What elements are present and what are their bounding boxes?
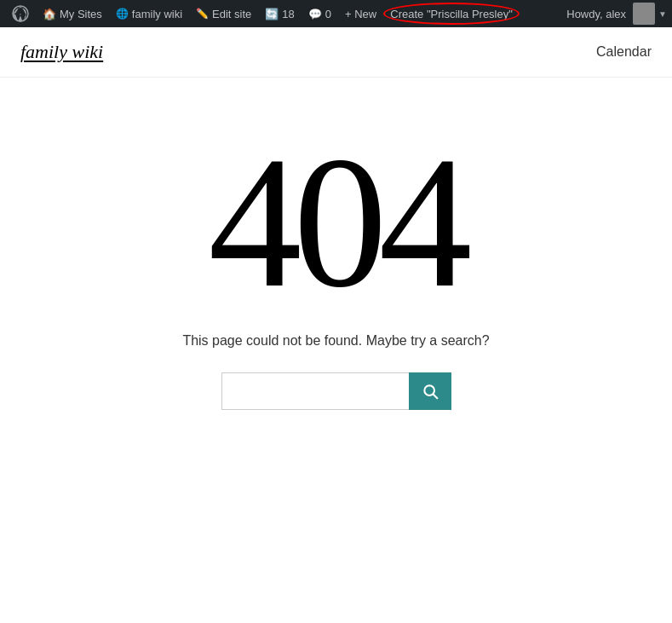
howdy-label[interactable]: Howdy, alex bbox=[563, 8, 629, 20]
search-button[interactable] bbox=[409, 372, 451, 410]
svg-line-2 bbox=[433, 395, 437, 399]
new-item[interactable]: + New bbox=[338, 0, 383, 27]
site-name-item[interactable]: 🌐 family wiki bbox=[109, 0, 189, 27]
comments-icon: 💬 bbox=[308, 8, 322, 20]
updates-icon: 🔄 bbox=[265, 8, 279, 20]
my-sites-label: My Sites bbox=[60, 8, 102, 20]
admin-bar: 🏠 My Sites 🌐 family wiki ✏️ Edit site 🔄 … bbox=[0, 0, 672, 27]
error-code: 404 bbox=[209, 129, 464, 316]
edit-site-label: Edit site bbox=[212, 8, 251, 20]
site-header: family wiki Calendar bbox=[0, 27, 672, 78]
main-content: 404 This page could not be found. Maybe … bbox=[0, 78, 672, 444]
create-button-wrapper: Create "Priscilla Presley" bbox=[383, 0, 520, 27]
edit-site-item[interactable]: ✏️ Edit site bbox=[189, 0, 258, 27]
my-sites-icon: 🏠 bbox=[43, 8, 56, 20]
error-message: This page could not be found. Maybe try … bbox=[182, 333, 489, 349]
adminbar-arrow: ▼ bbox=[658, 9, 667, 19]
create-button[interactable]: Create "Priscilla Presley" bbox=[383, 0, 520, 27]
wp-logo-item[interactable] bbox=[5, 0, 36, 27]
site-icon: 🌐 bbox=[116, 8, 129, 20]
updates-item[interactable]: 🔄 18 bbox=[258, 0, 301, 27]
search-input[interactable] bbox=[221, 372, 409, 410]
search-form bbox=[221, 372, 451, 410]
wordpress-icon bbox=[12, 5, 29, 22]
edit-icon: ✏️ bbox=[196, 8, 209, 20]
site-nav: Calendar bbox=[596, 44, 652, 60]
comments-item[interactable]: 💬 0 bbox=[302, 0, 338, 27]
avatar[interactable] bbox=[633, 3, 655, 25]
adminbar-site-name: family wiki bbox=[132, 8, 182, 20]
comments-count: 0 bbox=[325, 8, 331, 20]
adminbar-right: Howdy, alex ▼ bbox=[563, 3, 667, 25]
site-title[interactable]: family wiki bbox=[20, 41, 103, 63]
my-sites-item[interactable]: 🏠 My Sites bbox=[36, 0, 109, 27]
updates-count: 18 bbox=[282, 8, 294, 20]
search-icon bbox=[422, 383, 439, 400]
new-label: + New bbox=[345, 8, 376, 20]
nav-calendar[interactable]: Calendar bbox=[596, 44, 652, 59]
